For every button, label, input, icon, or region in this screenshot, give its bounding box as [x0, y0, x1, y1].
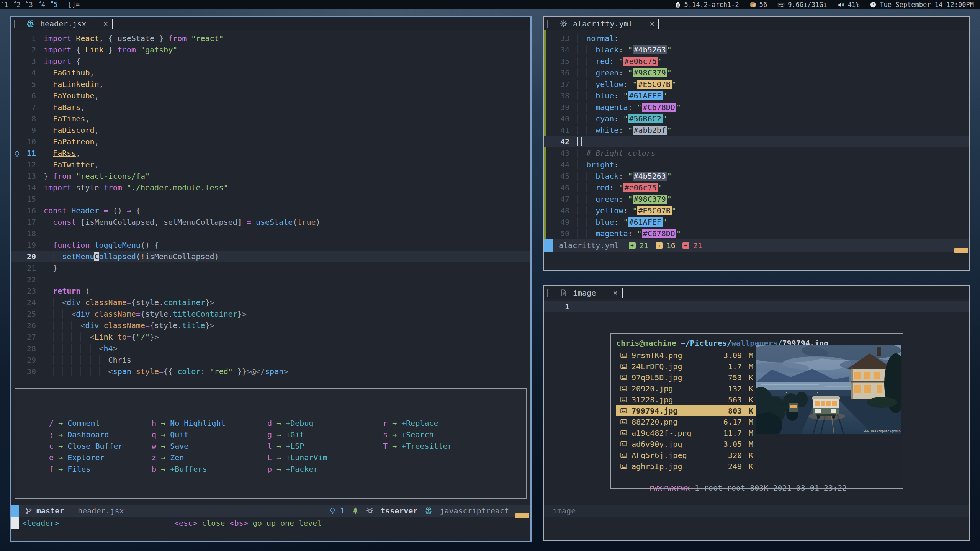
whichkey-binding-w[interactable]: w → Save	[152, 440, 267, 452]
code-area[interactable]: 33 normal:34 black: "#4b5263"35 red: "#e…	[544, 33, 969, 239]
whichkey-binding-g[interactable]: g → +Git	[267, 429, 383, 440]
whichkey-binding-f[interactable]: f → Files	[49, 463, 152, 475]
file-row[interactable]: 24LrDFQ.jpg1.7M	[616, 361, 756, 372]
code-token	[577, 149, 586, 158]
file-row-selected[interactable]: 799794.jpg803K	[616, 405, 756, 416]
tabline: image ×	[544, 286, 969, 299]
whichkey-binding-T[interactable]: T → +Treesitter	[383, 440, 452, 452]
workspace-2[interactable]: 2	[12, 0, 25, 9]
whichkey-binding-c[interactable]: c → Close Buffer	[49, 440, 152, 452]
whichkey-binding-h[interactable]: h → No Highlight	[152, 417, 267, 429]
line-number: 35	[544, 56, 577, 67]
line-number: 5	[11, 78, 44, 90]
code-token: "	[667, 126, 672, 135]
code-line: 2import { Link } from "gatsby"	[11, 44, 530, 56]
code-token	[131, 367, 136, 376]
whichkey-binding-q[interactable]: q → Quit	[152, 429, 267, 440]
file-row[interactable]: 97q9L5D.jpg753K	[616, 372, 756, 383]
file-row[interactable]: aghr5Ip.jpg249K	[616, 461, 756, 472]
whichkey-binding-b[interactable]: b → +Buffers	[152, 463, 267, 475]
whichkey-column: d → +Debugg → +Gitl → +LSPL → +LunarVimp…	[267, 417, 383, 498]
code-line: 34 black: "#4b5263"	[544, 44, 969, 56]
code-token: {	[131, 332, 136, 342]
tab-header-jsx[interactable]: header.jsx ×	[26, 19, 108, 28]
permission-bits: -rwxrwxrwx	[644, 483, 690, 492]
git-changed-count: 16	[666, 241, 676, 250]
file-row[interactable]: a19c482f~.png11.7M	[616, 427, 756, 438]
whichkey-label: +Debug	[286, 419, 313, 428]
code-token: #56B6C2	[628, 114, 662, 123]
code-area[interactable]: 1import React, { useState } from "react"…	[11, 33, 530, 377]
arrow-right-icon: →	[156, 464, 170, 474]
image-file-icon	[620, 407, 632, 414]
code-token: ()	[113, 206, 127, 215]
command-line[interactable]: <leader> <esc> close <bs> go up one leve…	[11, 517, 530, 529]
scrollbar-thumb[interactable]	[954, 248, 968, 253]
code-token: =	[136, 309, 141, 319]
code-token: to	[118, 332, 127, 342]
whichkey-column: r → +Replaces → +SearchT → +Treesitter	[383, 417, 452, 498]
whichkey-binding-l[interactable]: l → +LSP	[267, 440, 383, 452]
code-token: #e06c75	[623, 183, 658, 192]
file-row[interactable]: 9rsmTK4.png3.09M	[616, 350, 756, 361]
wallpaper-preview-image: www.DesktopBackground.org	[756, 345, 901, 434]
file-row[interactable]: 882720.png6.17M	[616, 416, 756, 427]
git-branch-name[interactable]: master	[36, 506, 64, 515]
workspace-1[interactable]: 1	[0, 0, 12, 9]
code-token: ,	[94, 91, 99, 100]
whichkey-binding-z[interactable]: z → Zen	[152, 452, 267, 463]
file-row[interactable]: 20920.jpg132K	[616, 383, 756, 394]
tabline: header.jsx ×	[11, 17, 530, 30]
line-number: 28	[11, 343, 44, 354]
workspace-4[interactable]: 4	[37, 0, 49, 9]
code-token	[577, 91, 596, 100]
file-row[interactable]: 31228.jpg563K	[616, 394, 756, 405]
file-size: 563	[713, 395, 742, 404]
layout-indicator[interactable]: []=	[68, 1, 80, 8]
code-token: isMenuCollapsed)	[145, 252, 219, 261]
code-token: <	[90, 332, 94, 342]
git-branch-icon	[25, 507, 33, 515]
code-token	[44, 298, 62, 307]
tab-image[interactable]: image ×	[560, 288, 618, 298]
file-row[interactable]: ad6v90y.jpg3.05M	[616, 438, 756, 450]
close-icon[interactable]: ×	[103, 19, 108, 28]
close-icon[interactable]: ×	[613, 288, 618, 298]
whichkey-binding-d[interactable]: d → +Debug	[267, 417, 383, 429]
workspace-5[interactable]: 5	[49, 0, 62, 9]
code-line-content: FaGithub,	[44, 67, 94, 78]
status-module: 41%	[838, 1, 860, 8]
workspace-3[interactable]: 3	[25, 0, 37, 9]
file-row[interactable]: AFq5r6j.jpeg320K	[616, 450, 756, 461]
whichkey-binding-e[interactable]: e → Explorer	[49, 452, 152, 463]
code-token	[44, 80, 53, 89]
code-token: <	[99, 344, 104, 353]
code-line: 25 <div className={style.titleContainer}…	[11, 308, 530, 320]
whichkey-key: p	[267, 464, 272, 474]
close-icon[interactable]: ×	[650, 19, 655, 28]
code-area[interactable]: 1	[544, 301, 969, 312]
code-token: }	[44, 172, 53, 181]
code-token: "	[628, 45, 632, 54]
whichkey-binding-/[interactable]: / → Comment	[49, 417, 152, 429]
whichkey-binding-s[interactable]: s → +Search	[383, 429, 452, 440]
whichkey-binding-L[interactable]: L → +LunarVim	[267, 452, 383, 463]
arrow-right-icon: →	[272, 441, 286, 451]
code-line-content: FaTwitter,	[44, 159, 99, 170]
tabline-marker	[547, 289, 548, 297]
code-token: #e06c75	[623, 57, 658, 66]
code-token: #E5C07B	[637, 80, 672, 89]
workspace-indicator	[2, 1, 3, 3]
whichkey-binding-;[interactable]: ; → Dashboard	[49, 429, 152, 440]
code-line: 37 yellow: "#E5C07B"	[544, 78, 969, 90]
line-number: 49	[544, 216, 577, 228]
tab-alacritty-yml[interactable]: alacritty.yml ×	[560, 19, 654, 28]
code-token: ,	[76, 149, 80, 158]
whichkey-binding-p[interactable]: p → +Packer	[267, 463, 383, 475]
whichkey-binding-r[interactable]: r → +Replace	[383, 417, 452, 429]
status-module-text: 56	[759, 1, 767, 8]
code-token	[577, 183, 596, 192]
code-line-content: function toggleMenu() {	[44, 239, 159, 251]
line-number: 8	[11, 113, 44, 124]
code-token	[90, 309, 94, 319]
